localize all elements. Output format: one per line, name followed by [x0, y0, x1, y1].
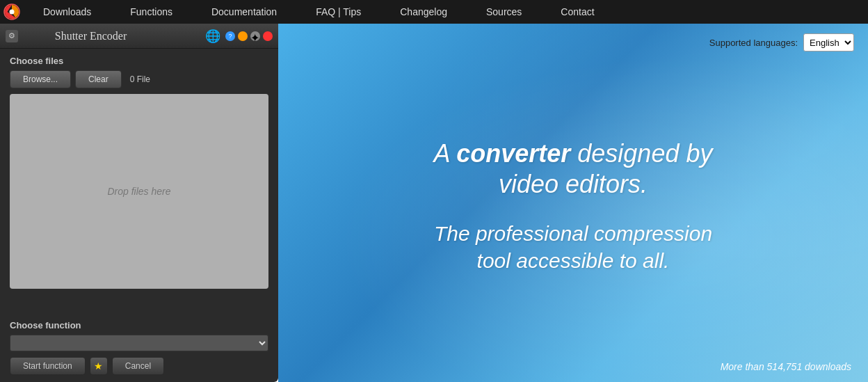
main-area: ⚙ Shutter Encoder 🌐 ? ✦ Choose files Bro… — [0, 24, 868, 382]
browse-button[interactable]: Browse... — [10, 70, 71, 88]
choose-files-label: Choose files — [10, 56, 268, 66]
bottom-section: Choose function Start function ★ Cancel — [0, 315, 278, 382]
language-select[interactable]: English — [803, 33, 854, 51]
favorite-button[interactable]: ★ — [90, 357, 108, 375]
file-actions: Browse... Clear 0 File — [10, 70, 268, 88]
extra-button[interactable]: ✦ — [250, 31, 260, 41]
svg-point-1 — [10, 10, 15, 15]
clear-button[interactable]: Clear — [75, 70, 122, 88]
window-content: Choose files Browse... Clear 0 File Drop… — [0, 49, 278, 315]
hero-center: A converter designed byvideo editors. Th… — [278, 51, 868, 361]
hero-subline: The professional compressiontool accessi… — [434, 220, 712, 274]
file-count: 0 File — [130, 74, 150, 84]
bottom-buttons: Start function ★ Cancel — [10, 357, 268, 375]
choose-function-label: Choose function — [10, 320, 268, 331]
drop-zone[interactable]: Drop files here — [10, 94, 268, 289]
nav-item-documentation[interactable]: Documentation — [192, 0, 296, 24]
close-button[interactable] — [263, 31, 273, 41]
nav-item-downloads[interactable]: Downloads — [24, 0, 111, 24]
main-nav: Downloads Functions Documentation FAQ | … — [0, 0, 868, 24]
window-title: Shutter Encoder — [0, 30, 205, 42]
hero-bold-word: converter — [456, 139, 570, 168]
hero-headline: A converter designed byvideo editors. — [434, 138, 713, 198]
start-function-button[interactable]: Start function — [10, 357, 86, 375]
hero-top-bar: Supported languages: English — [278, 24, 868, 51]
hero-section: Supported languages: English A converter… — [278, 24, 868, 382]
minimize-button[interactable] — [238, 31, 248, 41]
window-traffic-lights: ? ✦ — [225, 31, 273, 41]
supported-languages-label: Supported languages: — [709, 38, 798, 48]
nav-item-faq[interactable]: FAQ | Tips — [296, 0, 380, 24]
help-icon[interactable]: ? — [225, 31, 235, 41]
app-window: ⚙ Shutter Encoder 🌐 ? ✦ Choose files Bro… — [0, 24, 278, 382]
hero-footer: More than 514,751 downloads — [278, 361, 868, 382]
drop-zone-text: Drop files here — [107, 186, 170, 197]
nav-items-list: Downloads Functions Documentation FAQ | … — [24, 0, 868, 24]
nav-item-contact[interactable]: Contact — [541, 0, 613, 24]
window-titlebar: ⚙ Shutter Encoder 🌐 ? ✦ — [0, 24, 278, 49]
app-logo — [0, 0, 24, 24]
nav-item-changelog[interactable]: Changelog — [380, 0, 467, 24]
nav-item-sources[interactable]: Sources — [467, 0, 541, 24]
nav-item-functions[interactable]: Functions — [111, 0, 192, 24]
function-select-row — [10, 335, 268, 351]
cancel-button[interactable]: Cancel — [112, 357, 164, 375]
function-select[interactable] — [10, 335, 268, 351]
